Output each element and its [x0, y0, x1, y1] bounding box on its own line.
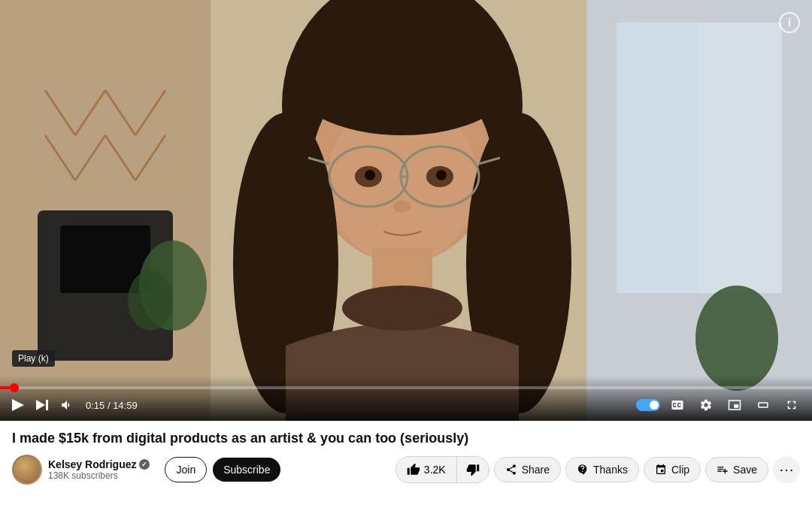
thumbs-up-icon: [407, 463, 420, 476]
theater-button[interactable]: [752, 395, 774, 415]
info-button[interactable]: i: [779, 12, 800, 33]
svg-point-41: [365, 170, 375, 180]
more-icon: ⋯: [779, 461, 794, 479]
verified-icon: ✓: [139, 459, 150, 470]
progress-fill: [0, 386, 14, 389]
share-button[interactable]: Share: [494, 457, 561, 482]
play-icon: [12, 399, 24, 411]
svg-point-45: [342, 286, 462, 331]
settings-icon: [699, 398, 713, 412]
controls-bar: 0:15 / 14:59: [0, 376, 812, 421]
svg-point-27: [695, 286, 778, 391]
progress-bar[interactable]: [0, 386, 812, 389]
settings-button[interactable]: [695, 395, 717, 415]
join-button[interactable]: Join: [165, 457, 207, 482]
toggle-thumb: [650, 401, 659, 410]
svg-point-42: [436, 170, 447, 180]
subtitles-icon: [671, 398, 684, 412]
subtitles-button[interactable]: [666, 395, 689, 415]
controls-row: 0:15 / 14:59: [0, 395, 812, 415]
skip-button[interactable]: [33, 397, 51, 413]
svg-point-26: [128, 271, 173, 331]
save-icon: [717, 464, 729, 476]
fullscreen-icon: [785, 398, 798, 412]
play-tooltip: Play (k): [12, 350, 55, 367]
theater-icon: [756, 398, 770, 412]
channel-info: Kelsey Rodriguez ✓ 138K subscribers: [48, 458, 150, 481]
like-dislike-group: 3.2K: [395, 456, 489, 483]
autoplay-toggle[interactable]: [636, 399, 660, 411]
video-info: I made $15k from digital products as an …: [0, 421, 812, 491]
skip-icon: [36, 400, 48, 410]
time-display: 0:15 / 14:59: [86, 400, 138, 411]
subscribe-button[interactable]: Subscribe: [213, 458, 280, 482]
channel-name: Kelsey Rodriguez ✓: [48, 458, 150, 470]
video-player[interactable]: i Play (k): [0, 0, 812, 421]
more-button[interactable]: ⋯: [773, 456, 800, 483]
channel-buttons: Join Subscribe: [165, 457, 280, 482]
subscriber-count: 138K subscribers: [48, 470, 150, 481]
toggle-track[interactable]: [636, 399, 660, 411]
miniplayer-icon: [728, 398, 741, 412]
clip-button[interactable]: Clip: [644, 457, 701, 482]
volume-icon: [60, 398, 74, 412]
avatar-image: [14, 456, 41, 483]
channel-avatar[interactable]: [12, 455, 42, 485]
play-button[interactable]: [9, 396, 27, 414]
video-title: I made $15k from digital products as an …: [12, 430, 800, 447]
share-icon: [505, 464, 517, 476]
thanks-icon: [577, 464, 589, 476]
volume-button[interactable]: [57, 395, 77, 415]
svg-rect-4: [617, 23, 699, 293]
dislike-button[interactable]: [457, 457, 489, 482]
like-button[interactable]: 3.2K: [396, 457, 457, 482]
clip-icon: [655, 464, 667, 476]
fullscreen-button[interactable]: [780, 395, 803, 415]
channel-row: Kelsey Rodriguez ✓ 138K subscribers Join…: [12, 455, 800, 485]
svg-point-33: [286, 15, 519, 135]
save-button[interactable]: Save: [705, 457, 768, 482]
action-buttons: 3.2K Share Thanks: [395, 456, 800, 483]
thumbs-down-icon: [466, 463, 480, 476]
thanks-button[interactable]: Thanks: [565, 457, 639, 482]
svg-point-43: [393, 201, 411, 213]
miniplayer-button[interactable]: [723, 395, 746, 415]
